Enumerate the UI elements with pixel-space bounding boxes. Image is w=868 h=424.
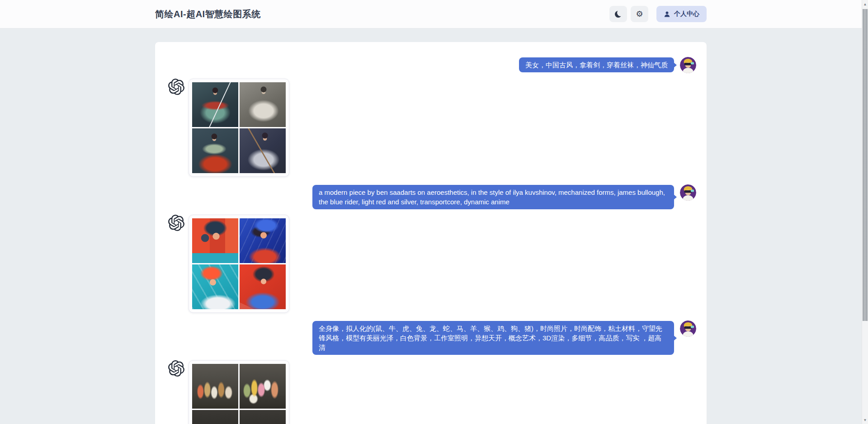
- user-message-text: 美女，中国古风，拿着剑，穿着丝袜，神仙气质: [525, 61, 668, 69]
- profile-button[interactable]: 个人中心: [656, 6, 707, 22]
- generated-image-grid[interactable]: [189, 79, 289, 177]
- user-message-text: 全身像，拟人化的(鼠、牛、虎、兔、龙、蛇、马、羊、猴、鸡、狗、猪)，时尚照片，时…: [319, 325, 662, 351]
- moon-icon: [615, 11, 622, 18]
- ai-response-row: [168, 215, 696, 313]
- chat-area: 美女，中国古风，拿着剑，穿着丝袜，神仙气质: [0, 42, 868, 424]
- user-message-bubble: 美女，中国古风，拿着剑，穿着丝袜，神仙气质: [519, 57, 674, 72]
- generated-image-grid[interactable]: [189, 215, 289, 313]
- openai-logo-icon: [168, 360, 184, 377]
- user-message-row: 全身像，拟人化的(鼠、牛、虎、兔、龙、蛇、马、羊、猴、鸡、狗、猪)，时尚照片，时…: [168, 320, 696, 355]
- app-title: 简绘AI-超AI智慧绘图系统: [155, 8, 261, 20]
- user-avatar: [680, 320, 696, 337]
- generated-image[interactable]: [240, 128, 286, 173]
- scrollbar[interactable]: ▲ ▼: [862, 0, 868, 424]
- generated-image[interactable]: [240, 218, 286, 263]
- generated-image[interactable]: [240, 82, 286, 127]
- profile-button-label: 个人中心: [674, 10, 699, 18]
- ai-response-row: [168, 79, 696, 177]
- settings-button[interactable]: ⚙: [631, 6, 648, 22]
- user-message-row: a modern piece by ben saadarts on aeroes…: [168, 184, 696, 209]
- ai-response-row: [168, 360, 696, 424]
- generated-image[interactable]: [240, 364, 286, 409]
- scrollbar-up-arrow-icon[interactable]: ▲: [862, 1, 868, 7]
- generated-image[interactable]: [192, 410, 238, 424]
- user-icon: [664, 11, 670, 18]
- generated-image[interactable]: [192, 364, 238, 409]
- app-header: 简绘AI-超AI智慧绘图系统 ⚙ 个人中心: [0, 0, 868, 28]
- scrollbar-thumb[interactable]: [863, 9, 868, 321]
- generated-image[interactable]: [192, 82, 238, 127]
- openai-logo-icon: [168, 215, 184, 231]
- scrollbar-down-arrow-icon[interactable]: ▼: [862, 417, 868, 423]
- gear-icon: ⚙: [636, 10, 643, 18]
- user-message-bubble: a modern piece by ben saadarts on aeroes…: [312, 185, 674, 209]
- user-message-text: a modern piece by ben saadarts on aeroes…: [319, 188, 665, 206]
- user-message-row: 美女，中国古风，拿着剑，穿着丝袜，神仙气质: [168, 57, 696, 73]
- generated-image[interactable]: [192, 128, 238, 173]
- generated-image[interactable]: [192, 218, 238, 263]
- generated-image-grid[interactable]: [189, 360, 289, 424]
- chat-panel: 美女，中国古风，拿着剑，穿着丝袜，神仙气质: [155, 42, 707, 424]
- user-avatar: [680, 184, 696, 201]
- header-actions: ⚙ 个人中心: [609, 6, 707, 22]
- generated-image[interactable]: [240, 410, 286, 424]
- user-avatar: [680, 57, 696, 73]
- dark-mode-button[interactable]: [609, 6, 627, 22]
- user-message-bubble: 全身像，拟人化的(鼠、牛、虎、兔、龙、蛇、马、羊、猴、鸡、狗、猪)，时尚照片，时…: [312, 321, 674, 355]
- generated-image[interactable]: [240, 264, 286, 309]
- generated-image[interactable]: [192, 264, 238, 309]
- openai-logo-icon: [168, 79, 184, 95]
